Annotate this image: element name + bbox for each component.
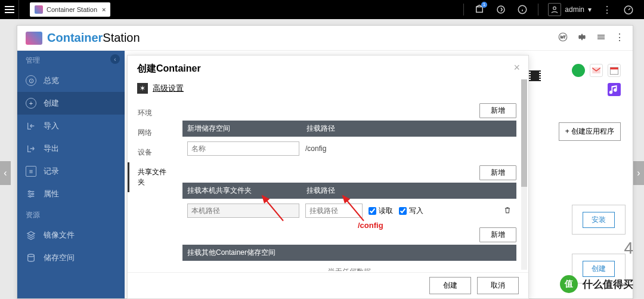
menu-icon[interactable] [0,0,19,19]
tray-icon-1[interactable] [572,64,585,77]
sidebar-section-manage: 管理 ‹ [17,51,125,69]
svg-rect-12 [610,67,618,69]
avatar-icon [548,3,561,16]
page-number: 4 [624,239,633,258]
watermark-text: 什么值得买 [583,278,633,291]
host-path-input[interactable] [187,204,299,218]
sidebar-item-images[interactable]: 镜像文件 [17,224,125,246]
svg-point-9 [29,196,31,198]
add-button-1[interactable]: 新增 [479,103,516,118]
gear-icon[interactable] [577,32,587,45]
svg-text:IoT: IoT [561,35,566,39]
sidebar-item-props[interactable]: 属性 [17,183,125,205]
calendar-icon[interactable] [608,64,621,77]
mount-path-input[interactable] [305,204,363,218]
volume-name-input[interactable] [187,141,299,156]
advanced-settings-link[interactable]: 高级设置 [153,83,184,94]
svg-point-1 [497,6,504,13]
app-logo-icon [26,32,42,45]
chevron-down-icon: ▾ [588,5,592,14]
app-header: ContainerStation IoT ⋮ [17,26,633,51]
app-title: ContainerStation [47,31,140,45]
notifications-icon[interactable]: 1 [473,4,485,16]
add-button-2[interactable]: 新增 [479,165,516,180]
svg-point-8 [32,193,33,195]
card-install-1: 安装 [572,205,626,235]
section-other-container: 新增 挂载其他Container储存空间 尚无任何数据 [182,227,516,271]
kebab-icon[interactable]: ⋮ [615,32,624,45]
svg-point-3 [553,7,556,10]
nav-env[interactable]: 环境 [128,103,180,123]
gmail-icon[interactable] [590,64,603,77]
svg-rect-0 [476,7,483,13]
close-icon[interactable]: × [102,6,106,13]
modal-create-button[interactable]: 创建 [429,277,471,294]
import-icon [26,121,36,131]
scrollbar[interactable] [521,79,527,270]
empty-state: 尚无任何数据 [182,261,516,271]
section-new-volume: 新增 新增储存空间挂载路径 /config [182,103,516,161]
nav-device[interactable]: 设备 [128,143,180,162]
sidebar-item-log[interactable]: ≡记录 [17,160,125,183]
sidebar-section-resource: 资源 [17,205,125,224]
sidebar-item-storage[interactable]: 储存空间 [17,246,125,269]
app-tab-title: Container Station [47,6,97,13]
stack-icon[interactable] [596,32,606,45]
app-tab-icon [35,5,43,14]
carousel-prev[interactable]: ‹ [0,161,11,185]
refresh-icon[interactable] [495,4,507,16]
trash-icon[interactable] [503,206,512,216]
collapse-icon[interactable]: ‹ [110,54,120,64]
nav-shared-folder[interactable]: 共享文件夹 [128,162,180,192]
plus-icon: + [26,98,36,109]
create-container-modal: 创建Container × ✶ 高级设置 环境 网络 设备 共享文件夹 新增 新… [127,55,529,299]
dashboard-icon[interactable] [623,4,634,16]
music-icon[interactable] [608,83,621,96]
sidebar-item-import[interactable]: 导入 [17,115,125,137]
section-host-shared: 新增 挂载本机共享文件夹挂载路径 读取 写入 [182,165,516,223]
info-icon[interactable] [516,4,528,16]
film-icon [531,70,539,81]
sidebar-item-export[interactable]: 导出 [17,137,125,160]
sidebar-item-overview[interactable]: ⊙总览 [17,69,125,92]
modal-cancel-button[interactable]: 取消 [477,277,519,294]
user-menu[interactable]: admin ▾ [548,3,592,16]
app-tab[interactable]: Container Station × [30,2,110,17]
gauge-icon: ⊙ [26,75,36,86]
export-icon [26,143,36,154]
svg-point-7 [29,191,30,193]
more-icon[interactable]: ⋮ [601,4,613,16]
config-path-text: /config [305,144,326,153]
log-icon: ≡ [26,166,36,177]
add-button-3[interactable]: 新增 [479,227,516,242]
watermark: 值 什么值得买 [560,275,633,293]
username: admin [565,5,584,14]
annotation-text: /config [358,221,383,230]
svg-point-10 [28,254,35,257]
notif-badge: 1 [481,2,487,8]
modal-nav: 环境 网络 设备 共享文件夹 [128,101,180,271]
carousel-next[interactable]: › [633,161,644,185]
gear-icon: ✶ [137,83,148,94]
install-button[interactable]: 安装 [583,212,615,228]
iot-icon[interactable]: IoT [558,32,568,45]
sidebar-item-create[interactable]: +创建 [17,92,125,115]
create-app-button[interactable]: + 创建应用程序 [559,122,621,141]
read-checkbox[interactable]: 读取 [369,206,393,216]
nav-network[interactable]: 网络 [128,123,180,143]
sidebar: 管理 ‹ ⊙总览 +创建 导入 导出 ≡记录 属性 资源 镜像文件 储存空间 [17,51,125,298]
write-checkbox[interactable]: 写入 [399,206,423,216]
disk-icon [26,252,36,263]
modal-close-icon[interactable]: × [513,61,520,74]
modal-title: 创建Container [128,56,528,80]
right-panel: + 创建应用程序 安装 创建 安装 [531,57,633,298]
watermark-badge: 值 [560,275,578,293]
sliders-icon [26,189,36,199]
create-button[interactable]: 创建 [583,261,615,277]
modal-footer: 创建 取消 [128,272,528,298]
os-topbar: Container Station × 1 admin ▾ ⋮ [0,0,644,19]
layers-icon [26,230,36,241]
modal-body: ✶ 高级设置 环境 网络 设备 共享文件夹 新增 新增储存空间挂载路径 /con… [128,79,519,271]
